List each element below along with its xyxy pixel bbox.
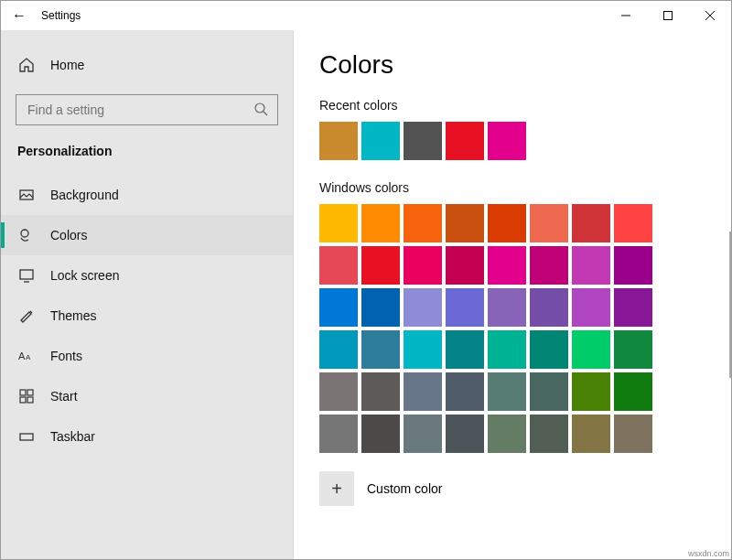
search-input[interactable] xyxy=(26,102,253,118)
color-swatch[interactable] xyxy=(361,415,400,453)
svg-line-5 xyxy=(264,112,267,115)
svg-rect-13 xyxy=(20,390,26,395)
color-swatch[interactable] xyxy=(404,246,442,285)
svg-rect-15 xyxy=(20,397,26,403)
color-swatch[interactable] xyxy=(488,415,526,453)
color-swatch[interactable] xyxy=(446,330,484,369)
color-swatch[interactable] xyxy=(572,415,610,453)
color-swatch[interactable] xyxy=(404,204,442,242)
scrollbar[interactable] xyxy=(729,232,731,378)
color-swatch[interactable] xyxy=(361,246,400,285)
color-swatch[interactable] xyxy=(446,204,484,242)
color-swatch[interactable] xyxy=(319,330,358,369)
color-swatch[interactable] xyxy=(614,204,652,242)
color-swatch[interactable] xyxy=(404,330,442,369)
color-swatch[interactable] xyxy=(614,415,652,453)
maximize-button[interactable] xyxy=(647,1,689,30)
minimize-button[interactable] xyxy=(605,1,647,30)
back-arrow-icon: ← xyxy=(12,7,27,23)
color-swatch[interactable] xyxy=(319,204,358,242)
color-swatch[interactable] xyxy=(404,288,442,327)
color-swatch[interactable] xyxy=(572,372,610,411)
picture-icon xyxy=(17,187,36,203)
custom-color-row[interactable]: + Custom color xyxy=(319,471,705,506)
color-swatch[interactable] xyxy=(488,288,526,327)
sidebar-item-lock-screen[interactable]: Lock screen xyxy=(1,255,293,296)
close-button[interactable] xyxy=(689,1,731,30)
color-swatch[interactable] xyxy=(488,372,526,411)
svg-rect-1 xyxy=(664,12,673,20)
recent-color-swatch[interactable] xyxy=(488,122,526,160)
color-swatch[interactable] xyxy=(319,288,358,327)
svg-rect-6 xyxy=(20,190,33,199)
recent-colors-row xyxy=(319,122,705,160)
svg-text:A: A xyxy=(26,353,31,361)
sidebar-item-start[interactable]: Start xyxy=(1,376,293,416)
color-swatch[interactable] xyxy=(530,204,568,242)
window-title: Settings xyxy=(38,9,81,22)
sidebar-item-label: Themes xyxy=(50,308,97,323)
sidebar-item-fonts[interactable]: AAFonts xyxy=(1,336,293,376)
color-swatch[interactable] xyxy=(361,372,400,411)
page-heading: Colors xyxy=(319,50,705,80)
color-swatch[interactable] xyxy=(572,288,610,327)
recent-color-swatch[interactable] xyxy=(319,122,358,160)
recent-color-swatch[interactable] xyxy=(404,122,442,160)
color-swatch[interactable] xyxy=(488,204,526,242)
titlebar: ← Settings xyxy=(1,1,731,30)
sidebar-item-themes[interactable]: Themes xyxy=(1,296,293,336)
sidebar-item-label: Start xyxy=(50,389,78,404)
taskbar-icon xyxy=(17,428,36,445)
sidebar-item-background[interactable]: Background xyxy=(1,175,293,215)
color-swatch[interactable] xyxy=(530,415,568,453)
svg-rect-8 xyxy=(20,270,33,279)
home-link[interactable]: Home xyxy=(1,47,293,83)
recent-color-swatch[interactable] xyxy=(361,122,400,160)
home-label: Home xyxy=(50,58,84,72)
color-swatch[interactable] xyxy=(446,415,484,453)
color-swatch[interactable] xyxy=(446,288,484,327)
svg-rect-17 xyxy=(20,434,33,440)
color-swatch[interactable] xyxy=(614,288,652,327)
color-swatch[interactable] xyxy=(488,246,526,285)
back-button[interactable]: ← xyxy=(1,7,38,24)
recent-color-swatch[interactable] xyxy=(446,122,484,160)
search-icon xyxy=(253,102,268,119)
color-swatch[interactable] xyxy=(319,372,358,411)
fonts-icon: AA xyxy=(17,348,36,364)
color-swatch[interactable] xyxy=(614,372,652,411)
sidebar: Home Personalization BackgroundColorsLoc… xyxy=(1,30,294,559)
color-swatch[interactable] xyxy=(572,204,610,242)
sidebar-item-taskbar[interactable]: Taskbar xyxy=(1,416,293,457)
color-swatch[interactable] xyxy=(446,246,484,285)
color-swatch[interactable] xyxy=(361,288,400,327)
color-swatch[interactable] xyxy=(530,288,568,327)
nav-list: BackgroundColorsLock screenThemesAAFonts… xyxy=(1,175,293,457)
color-swatch[interactable] xyxy=(614,246,652,285)
color-swatch[interactable] xyxy=(530,372,568,411)
sidebar-item-label: Lock screen xyxy=(50,268,119,283)
color-swatch[interactable] xyxy=(404,372,442,411)
color-swatch[interactable] xyxy=(361,204,400,242)
custom-color-button[interactable]: + xyxy=(319,471,354,506)
lockscreen-icon xyxy=(17,267,36,284)
color-swatch[interactable] xyxy=(572,330,610,369)
settings-window: ← Settings Home xyxy=(0,0,732,560)
color-swatch[interactable] xyxy=(530,330,568,369)
svg-rect-16 xyxy=(27,397,33,403)
color-swatch[interactable] xyxy=(488,330,526,369)
color-swatch[interactable] xyxy=(446,372,484,411)
color-swatch[interactable] xyxy=(614,330,652,369)
color-swatch[interactable] xyxy=(361,330,400,369)
sidebar-item-label: Colors xyxy=(50,228,87,242)
color-swatch[interactable] xyxy=(572,246,610,285)
plus-icon: + xyxy=(331,479,342,500)
color-swatch[interactable] xyxy=(319,246,358,285)
recent-colors-label: Recent colors xyxy=(319,98,705,113)
color-swatch[interactable] xyxy=(404,415,442,453)
color-swatch[interactable] xyxy=(530,246,568,285)
custom-color-label: Custom color xyxy=(367,481,442,496)
search-box[interactable] xyxy=(16,94,278,125)
sidebar-item-colors[interactable]: Colors xyxy=(1,215,293,255)
color-swatch[interactable] xyxy=(319,415,358,453)
